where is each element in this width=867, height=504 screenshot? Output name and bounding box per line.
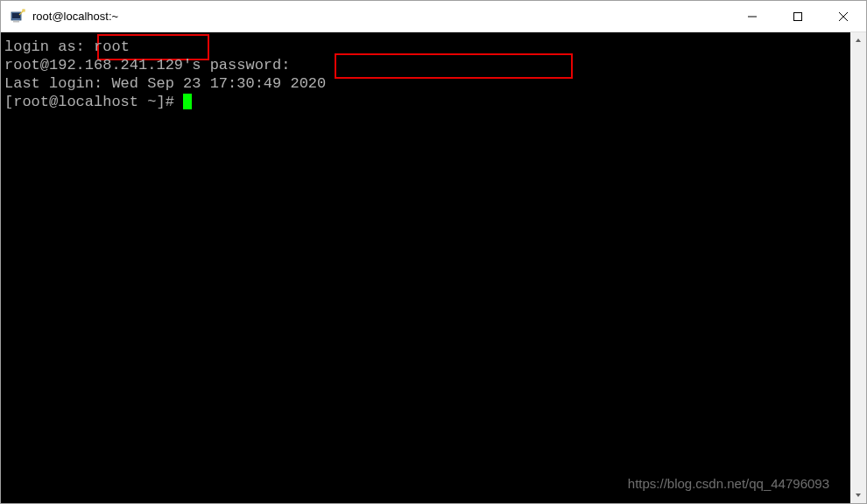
vertical-scrollbar[interactable] bbox=[850, 32, 866, 503]
terminal-line-password: root@192.168.241.129's password: bbox=[4, 56, 847, 74]
svg-rect-1 bbox=[12, 13, 20, 18]
maximize-button[interactable] bbox=[775, 1, 821, 32]
terminal-line-lastlogin: Last login: Wed Sep 23 17:30:49 2020 bbox=[4, 74, 847, 93]
scroll-up-button[interactable] bbox=[850, 32, 866, 48]
scrollbar-track[interactable] bbox=[850, 48, 866, 487]
terminal-area: login as: root root@192.168.241.129's pa… bbox=[1, 32, 866, 503]
svg-rect-2 bbox=[13, 21, 19, 23]
titlebar[interactable]: root@localhost:~ bbox=[1, 1, 866, 32]
terminal-content[interactable]: login as: root root@192.168.241.129's pa… bbox=[1, 32, 850, 503]
window-controls bbox=[730, 1, 866, 32]
login-label: login as: bbox=[4, 38, 85, 55]
close-button[interactable] bbox=[821, 1, 866, 32]
window-title: root@localhost:~ bbox=[32, 10, 730, 23]
scroll-down-button[interactable] bbox=[850, 487, 866, 503]
terminal-line-prompt: [root@localhost ~]# bbox=[4, 93, 847, 111]
cursor-icon bbox=[183, 94, 192, 109]
login-value: root bbox=[85, 38, 130, 55]
putty-window: root@localhost:~ login as: root root@192… bbox=[0, 0, 867, 504]
putty-icon bbox=[10, 9, 25, 24]
watermark-text: https://blog.csdn.net/qq_44796093 bbox=[628, 474, 829, 493]
terminal-line-login: login as: root bbox=[4, 38, 847, 56]
shell-prompt: [root@localhost ~]# bbox=[4, 94, 183, 110]
minimize-button[interactable] bbox=[730, 1, 775, 32]
svg-point-3 bbox=[23, 9, 25, 10]
svg-rect-5 bbox=[794, 12, 802, 20]
